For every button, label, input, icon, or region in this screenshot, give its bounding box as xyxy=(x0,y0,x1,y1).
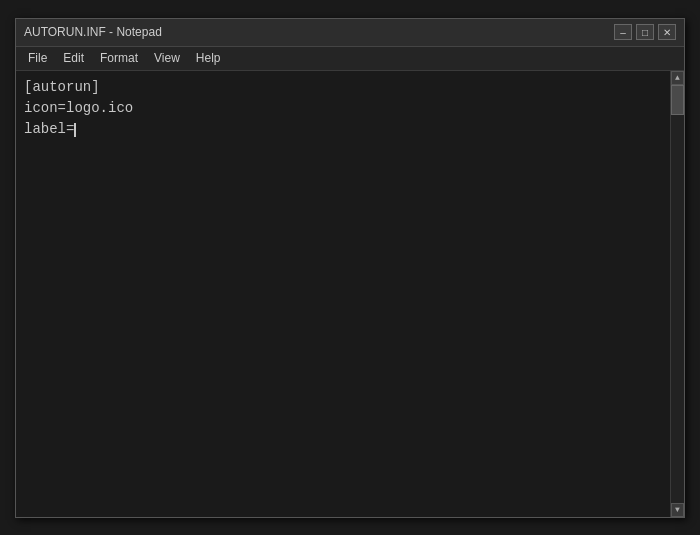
line-3: label= xyxy=(24,119,662,140)
window-controls: – □ ✕ xyxy=(614,24,676,40)
menu-format[interactable]: Format xyxy=(92,49,146,67)
vertical-scrollbar[interactable]: ▲ ▼ xyxy=(670,71,684,517)
menu-help[interactable]: Help xyxy=(188,49,229,67)
scrollbar-track[interactable] xyxy=(671,85,684,503)
notepad-window: AUTORUN.INF - Notepad – □ ✕ File Edit Fo… xyxy=(15,18,685,518)
editor-text: [autorun] icon=logo.ico label= xyxy=(24,77,662,140)
menu-file[interactable]: File xyxy=(20,49,55,67)
line-1: [autorun] xyxy=(24,77,662,98)
scrollbar-thumb[interactable] xyxy=(671,85,684,115)
text-content[interactable]: [autorun] icon=logo.ico label= xyxy=(16,71,670,517)
editor-area: [autorun] icon=logo.ico label= ▲ ▼ xyxy=(16,71,684,517)
menu-edit[interactable]: Edit xyxy=(55,49,92,67)
menu-bar: File Edit Format View Help xyxy=(16,47,684,71)
text-cursor xyxy=(74,123,76,137)
menu-view[interactable]: View xyxy=(146,49,188,67)
maximize-button[interactable]: □ xyxy=(636,24,654,40)
close-button[interactable]: ✕ xyxy=(658,24,676,40)
line-2: icon=logo.ico xyxy=(24,98,662,119)
window-title: AUTORUN.INF - Notepad xyxy=(24,25,162,39)
minimize-button[interactable]: – xyxy=(614,24,632,40)
title-bar: AUTORUN.INF - Notepad – □ ✕ xyxy=(16,19,684,47)
scroll-up-button[interactable]: ▲ xyxy=(671,71,684,85)
scroll-down-button[interactable]: ▼ xyxy=(671,503,684,517)
